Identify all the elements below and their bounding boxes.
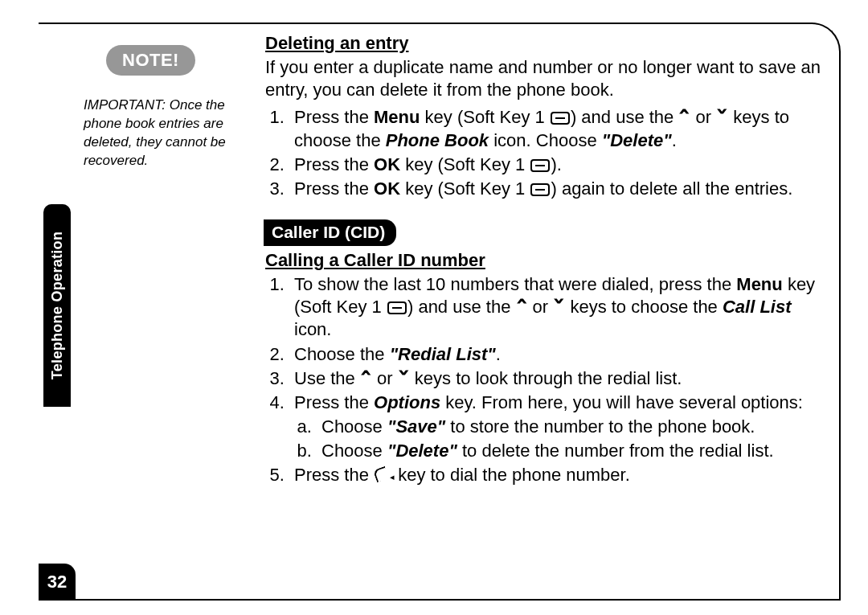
ok-key-label: OK: [374, 178, 400, 199]
calling-step-4a: Choose "Save" to store the number to the…: [317, 416, 828, 438]
deleting-steps: Press the Menu key (Soft Key 1 ) and use…: [265, 106, 828, 200]
deleting-step-3: Press the OK key (Soft Key 1 ) again to …: [289, 178, 828, 200]
calling-step-5: Press the key to dial the phone number.: [289, 464, 828, 486]
text: to delete the number from the redial lis…: [457, 441, 774, 461]
text: .: [672, 130, 677, 150]
softkey-icon: [551, 112, 570, 125]
section-tab-label: Telephone Operation: [49, 232, 66, 379]
softkey-icon: [530, 183, 550, 196]
calling-steps: To show the last 10 numbers that were di…: [265, 273, 828, 486]
text: key to dial the phone number.: [393, 465, 630, 485]
ok-key-label: OK: [374, 154, 400, 174]
down-arrow-icon: ˅: [397, 368, 411, 391]
text: key. From here, you will have several op…: [440, 392, 803, 412]
deleting-step-2: Press the OK key (Soft Key 1 ).: [289, 154, 828, 176]
text: Use the: [294, 368, 360, 388]
note-badge: NOTE!: [106, 45, 195, 76]
down-arrow-icon: ˅: [716, 107, 730, 129]
text: Choose the: [294, 344, 390, 364]
text: ).: [551, 154, 561, 174]
menu-key-label: Menu: [374, 107, 420, 127]
softkey-icon: [387, 301, 407, 314]
text: To show the last 10 numbers that were di…: [294, 274, 736, 294]
text: Choose: [321, 441, 387, 461]
heading-calling-cid: Calling a Caller ID number: [265, 249, 828, 272]
text: keys to look through the redial list.: [410, 368, 682, 388]
call-list-label: Call List: [723, 297, 792, 317]
main-content: Deleting an entry If you enter a duplica…: [265, 32, 828, 495]
text: Press the: [294, 107, 374, 127]
text: icon.: [294, 319, 331, 339]
deleting-intro: If you enter a duplicate name and number…: [265, 56, 828, 101]
text: Press the: [294, 465, 374, 485]
page-number: 32: [39, 564, 76, 601]
options-key-label: Options: [374, 392, 440, 412]
text: ) and use the: [571, 107, 679, 127]
talk-key-icon: [374, 468, 393, 482]
menu-key-label: Menu: [736, 274, 782, 294]
text: Press the: [294, 178, 374, 199]
text: key (Soft Key 1: [400, 178, 530, 199]
text: key (Soft Key 1: [420, 107, 550, 127]
text: or: [372, 368, 398, 388]
manual-page: NOTE! IMPORTANT: Once the phone book ent…: [0, 0, 868, 615]
up-arrow-icon: ˄: [515, 297, 529, 319]
heading-deleting-entry: Deleting an entry: [265, 32, 828, 55]
text: or: [690, 107, 716, 127]
text: Press the: [294, 154, 374, 174]
up-arrow-icon: ˄: [678, 107, 692, 129]
delete-label: "Delete": [387, 441, 457, 461]
redial-list-label: "Redial List": [390, 344, 496, 364]
phonebook-label: Phone Book: [386, 130, 489, 150]
calling-step-4b: Choose "Delete" to delete the number fro…: [317, 440, 828, 462]
calling-step-2: Choose the "Redial List".: [289, 343, 828, 366]
note-text: IMPORTANT: Once the phone book entries a…: [84, 96, 228, 170]
text: ) and use the: [407, 297, 516, 317]
text: Choose: [321, 416, 387, 437]
text: ) again to delete all the entries.: [551, 178, 792, 199]
text: Press the: [294, 392, 374, 412]
caller-id-badge: Caller ID (CID): [264, 219, 396, 246]
up-arrow-icon: ˄: [359, 368, 373, 391]
bottom-rule: [76, 599, 841, 601]
delete-label: "Delete": [602, 130, 672, 150]
text: to store the number to the phone book.: [445, 416, 755, 437]
calling-step-4-sub: Choose "Save" to store the number to the…: [294, 416, 828, 462]
calling-step-1: To show the last 10 numbers that were di…: [289, 273, 828, 341]
calling-step-4: Press the Options key. From here, you wi…: [289, 392, 828, 462]
text: key (Soft Key 1: [400, 154, 530, 174]
text: or: [528, 297, 554, 317]
save-label: "Save": [387, 416, 445, 437]
text: icon. Choose: [489, 130, 602, 150]
text: .: [496, 344, 501, 364]
section-tab: Telephone Operation: [43, 204, 71, 407]
text: keys to choose the: [565, 297, 723, 317]
softkey-icon: [530, 159, 550, 172]
calling-step-3: Use the ˄ or ˅ keys to look through the …: [289, 367, 828, 390]
down-arrow-icon: ˅: [553, 297, 567, 319]
deleting-step-1: Press the Menu key (Soft Key 1 ) and use…: [289, 106, 828, 151]
